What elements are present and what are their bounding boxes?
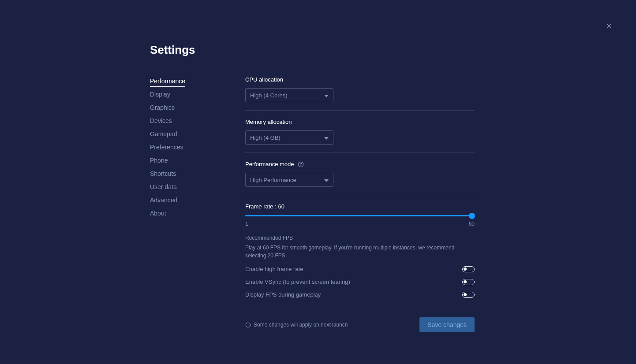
svg-marker-6 xyxy=(324,179,329,182)
sidebar-item-display[interactable]: Display xyxy=(150,88,222,101)
memory-allocation-label: Memory allocation xyxy=(245,119,475,125)
sidebar-item-user-data[interactable]: User data xyxy=(150,180,222,193)
performance-mode-value: High Performance xyxy=(250,177,296,183)
frame-rate-label: Frame rate : 60 xyxy=(245,203,475,210)
sidebar-item-graphics[interactable]: Graphics xyxy=(150,101,222,114)
performance-mode-select[interactable]: High Performance xyxy=(245,173,333,187)
sidebar: Performance Display Graphics Devices Gam… xyxy=(150,74,231,332)
sidebar-item-gamepad[interactable]: Gamepad xyxy=(150,127,222,141)
svg-marker-2 xyxy=(324,95,329,97)
recommended-fps-desc: Play at 60 FPS for smooth gameplay. If y… xyxy=(245,244,475,260)
cpu-allocation-value: High (4 Cores) xyxy=(250,92,288,99)
cpu-allocation-label: CPU allocation xyxy=(245,76,475,83)
svg-point-9 xyxy=(248,323,248,324)
display-fps-toggle[interactable] xyxy=(462,292,475,298)
memory-allocation-select[interactable]: High (4 GB) xyxy=(245,130,333,145)
page-title: Settings xyxy=(150,43,636,57)
close-icon[interactable] xyxy=(605,22,613,30)
svg-point-5 xyxy=(300,165,301,166)
cpu-allocation-select[interactable]: High (4 Cores) xyxy=(245,88,333,102)
recommended-fps-title: Recommended FPS xyxy=(245,235,475,241)
footer-note: Some changes will apply on next launch xyxy=(245,322,348,328)
sidebar-item-phone[interactable]: Phone xyxy=(150,154,222,167)
slider-min-label: 1 xyxy=(245,221,248,227)
chevron-down-icon xyxy=(324,93,329,97)
enable-high-frame-toggle[interactable] xyxy=(462,266,475,272)
sidebar-item-performance[interactable]: Performance xyxy=(150,74,222,88)
enable-vsync-label: Enable VSync (to prevent screen tearing) xyxy=(245,279,350,285)
main-panel: CPU allocation High (4 Cores) Memory all… xyxy=(231,74,475,332)
display-fps-label: Display FPS during gameplay xyxy=(245,291,321,298)
sidebar-item-shortcuts[interactable]: Shortcuts xyxy=(150,167,222,180)
info-icon xyxy=(245,322,251,328)
help-icon[interactable] xyxy=(298,161,304,167)
chevron-down-icon xyxy=(324,178,329,182)
enable-high-frame-label: Enable high frame rate xyxy=(245,266,303,272)
slider-max-label: 60 xyxy=(469,221,475,227)
sidebar-item-advanced[interactable]: Advanced xyxy=(150,193,222,207)
enable-vsync-toggle[interactable] xyxy=(462,279,475,285)
memory-allocation-value: High (4 GB) xyxy=(250,134,281,141)
sidebar-item-devices[interactable]: Devices xyxy=(150,114,222,127)
performance-mode-label: Performance mode xyxy=(245,161,475,167)
save-changes-button[interactable]: Save changes xyxy=(419,317,475,332)
sidebar-item-about[interactable]: About xyxy=(150,207,222,220)
frame-rate-slider[interactable] xyxy=(245,215,475,216)
svg-marker-3 xyxy=(324,137,329,140)
sidebar-item-preferences[interactable]: Preferences xyxy=(150,141,222,154)
chevron-down-icon xyxy=(324,135,329,140)
slider-thumb[interactable] xyxy=(469,213,475,219)
